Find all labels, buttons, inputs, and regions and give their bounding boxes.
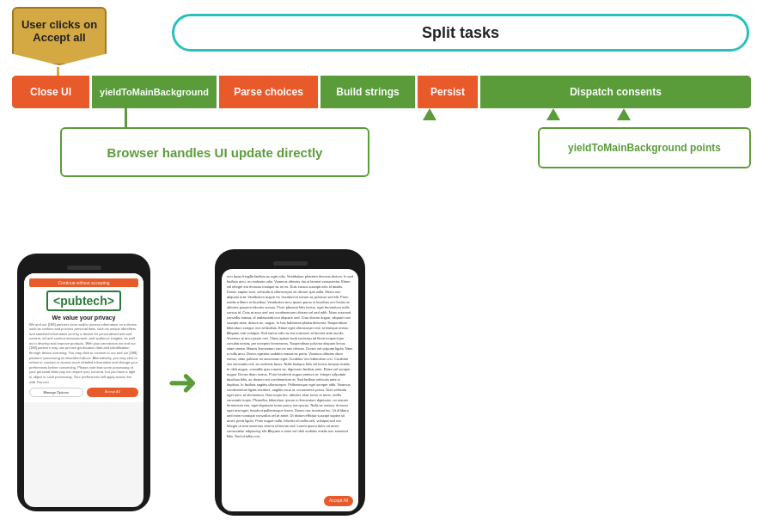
accept-all-button[interactable]: Accept All (87, 388, 139, 397)
yield-arrow-3 (617, 108, 631, 120)
phone-screen-right: non lacus fringilla facilisis ac eget od… (222, 269, 358, 511)
privacy-buttons: Manage Options Accept All (29, 388, 138, 397)
pipeline-track: Close UI yieldToMainBackground Parse cho… (12, 76, 751, 108)
split-tasks-pill: Split tasks (172, 14, 749, 52)
dispatch-segment: Dispatch consents (480, 76, 751, 108)
yield-points-box: yieldToMainBackground points (538, 127, 751, 168)
user-clicks-box: User clicks on Accept all (12, 7, 107, 65)
phone-content-left: Continue without accepting <pubtech> We … (24, 273, 143, 403)
parse-segment: Parse choices (219, 76, 318, 108)
phone-left: Continue without accepting <pubtech> We … (17, 254, 150, 511)
phone-right: non lacus fringilla facilisis ac eget od… (215, 249, 365, 516)
browser-connection-line (125, 108, 127, 127)
manage-options-button[interactable]: Manage Options (29, 388, 83, 397)
yield-arrow-1 (423, 108, 436, 120)
privacy-title: We value your privacy (29, 315, 138, 321)
diagram-area: User clicks on Accept all Split tasks Cl… (0, 0, 763, 232)
user-clicks-label: User clicks on Accept all (14, 18, 105, 44)
yield-points-label: yieldToMainBackground points (568, 142, 721, 154)
privacy-body: We and our [188] partners store and/or a… (29, 322, 138, 385)
phone-notch-right (273, 261, 308, 266)
split-tasks-label: Split tasks (422, 24, 499, 42)
build-segment: Build strings (320, 76, 415, 108)
close-ui-segment: Close UI (12, 76, 89, 108)
yield1-segment: yieldToMainBackground (92, 76, 217, 108)
phone-transition-arrow: ➜ (168, 361, 198, 403)
privacy-bar: Continue without accepting (29, 278, 138, 287)
brand-logo: <pubtech> (46, 290, 121, 311)
accept-badge: Accept All (324, 496, 353, 506)
phone-right-text: non lacus fringilla facilisis ac eget od… (227, 274, 353, 438)
yield-arrow-2 (546, 108, 560, 120)
persist-segment: Persist (418, 76, 478, 108)
browser-box-label: Browser handles UI update directly (107, 145, 323, 160)
browser-box: Browser handles UI update directly (60, 127, 369, 177)
pipeline-bar: Close UI yieldToMainBackground Parse cho… (12, 76, 751, 108)
phones-area: Continue without accepting <pubtech> We … (0, 232, 763, 532)
phone-screen-left: Continue without accepting <pubtech> We … (24, 273, 143, 507)
phone-notch-left (67, 266, 101, 270)
